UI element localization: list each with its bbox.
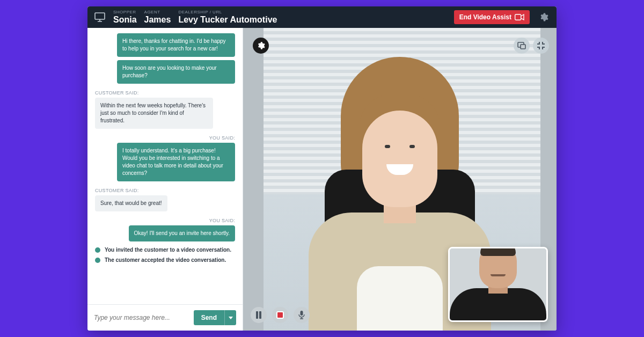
chat-bubble-agent: Hi there, thanks for chatting in. I'd be… [117, 33, 235, 57]
gear-icon [539, 12, 548, 22]
system-text: The customer accepted the video conversa… [105, 257, 226, 263]
chat-bubble-agent: I totally understand. It's a big purchas… [117, 143, 235, 181]
send-button[interactable]: Send [194, 310, 224, 325]
pip-icon [517, 42, 526, 49]
monitor-icon [94, 11, 106, 23]
self-view-pip[interactable] [448, 247, 548, 322]
picture-in-picture-button[interactable] [514, 38, 530, 54]
svg-rect-5 [259, 311, 261, 319]
chat-bubble-agent: How soon are you looking to make your pu… [117, 60, 235, 84]
stop-icon [276, 311, 284, 319]
app-window: SHOPPER Sonia AGENT James DEALERSHIP / U… [87, 6, 557, 331]
svg-rect-3 [521, 45, 525, 49]
agent-group: AGENT James [144, 10, 171, 24]
header-bar: SHOPPER Sonia AGENT James DEALERSHIP / U… [87, 6, 557, 28]
end-video-assist-button[interactable]: End Video Assist [454, 10, 530, 24]
svg-rect-0 [95, 13, 105, 19]
agent-name: James [144, 15, 171, 25]
chat-bubble-customer: Within the next few weeks hopefully. The… [95, 98, 213, 129]
microphone-button[interactable] [294, 307, 310, 323]
pause-button[interactable] [251, 307, 267, 323]
stop-record-button[interactable] [272, 307, 288, 323]
you-said-label: YOU SAID: [95, 135, 235, 141]
compose-bar: Send [87, 304, 243, 331]
settings-button[interactable] [537, 11, 550, 24]
dealership-name: Levy Tucker Automotive [178, 15, 277, 25]
chat-bubble-customer: Sure, that would be great! [95, 195, 167, 211]
video-settings-button[interactable] [253, 38, 269, 54]
dealership-label: DEALERSHIP / URL [178, 10, 277, 15]
video-off-icon [515, 14, 524, 20]
customer-said-label: CUSTOMER SAID: [95, 90, 235, 96]
customer-said-label: CUSTOMER SAID: [95, 188, 235, 193]
shopper-label: SHOPPER [113, 10, 137, 15]
svg-rect-4 [256, 311, 258, 319]
chat-scroll[interactable]: Hi there, thanks for chatting in. I'd be… [87, 28, 243, 304]
chat-pane: Hi there, thanks for chatting in. I'd be… [87, 28, 243, 331]
body: Hi there, thanks for chatting in. I'd be… [87, 28, 557, 331]
you-said-label: YOU SAID: [95, 218, 235, 223]
exit-fullscreen-button[interactable] [533, 38, 549, 54]
shopper-name: Sonia [113, 15, 137, 25]
system-text: You invited the customer to a video conv… [105, 247, 231, 253]
video-pane [243, 28, 557, 331]
system-message: The customer accepted the video conversa… [95, 257, 235, 263]
agent-label: AGENT [144, 10, 171, 15]
microphone-icon [298, 311, 305, 319]
minimize-icon [537, 41, 545, 50]
status-dot-icon [95, 247, 100, 253]
pause-icon [255, 311, 262, 319]
send-group: Send [194, 310, 236, 325]
video-controls [251, 307, 310, 323]
gear-icon [257, 41, 265, 50]
shopper-group: SHOPPER Sonia [113, 10, 137, 24]
status-dot-icon [95, 258, 100, 263]
send-dropdown-button[interactable] [224, 310, 236, 325]
chat-bubble-agent: Okay! I'll send you an invite here short… [129, 225, 235, 241]
svg-rect-6 [301, 311, 303, 316]
system-message: You invited the customer to a video conv… [95, 247, 235, 253]
dealership-group: DEALERSHIP / URL Levy Tucker Automotive [178, 10, 277, 24]
chevron-down-icon [229, 317, 233, 319]
message-input[interactable] [94, 314, 189, 321]
end-video-label: End Video Assist [459, 13, 511, 21]
svg-rect-1 [515, 14, 521, 20]
